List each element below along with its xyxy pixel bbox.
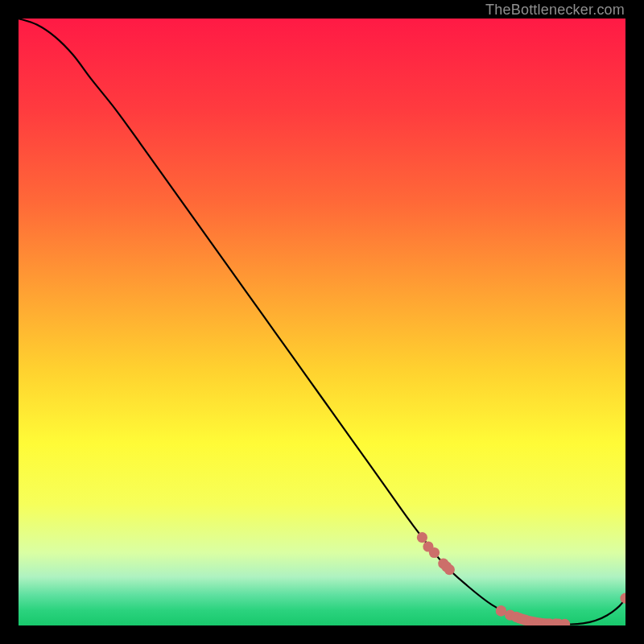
chart-marker: [496, 605, 506, 616]
chart-marker: [417, 532, 427, 543]
chart-background-gradient: [19, 19, 625, 625]
bottleneck-chart: [19, 19, 625, 625]
chart-marker: [444, 564, 455, 575]
attribution-label: TheBottlenecker.com: [485, 2, 625, 19]
chart-marker: [429, 547, 440, 558]
